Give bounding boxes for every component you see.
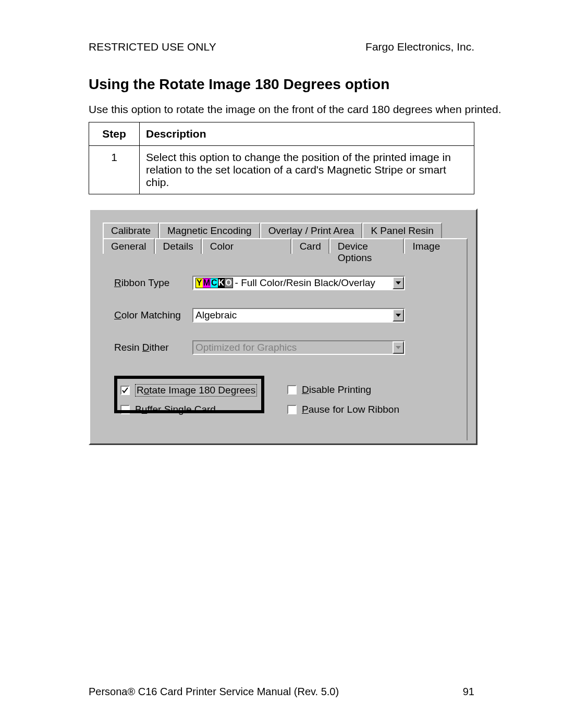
tab-k-panel-resin[interactable]: K Panel Resin <box>362 223 442 238</box>
tab-image-color[interactable]: Image Color <box>404 238 468 254</box>
combo-resin-dither: Optimized for Graphics <box>192 340 405 355</box>
svg-marker-0 <box>396 281 401 285</box>
checkbox-pause-low-ribbon[interactable]: Pause for Low Ribbon <box>287 404 399 415</box>
svg-marker-1 <box>396 314 401 317</box>
footer-manual: Persona® C16 Card Printer Service Manual… <box>89 686 339 698</box>
checkbox-rotate-180[interactable]: Rotate Image 180 Degrees <box>120 384 257 397</box>
tab-calibrate[interactable]: Calibrate <box>103 223 159 238</box>
tab-row-back: Calibrate Magnetic Encoding Overlay / Pr… <box>103 223 468 238</box>
section-paragraph: Use this option to rotate the image on t… <box>89 103 501 116</box>
chevron-down-icon <box>393 341 404 354</box>
table-head-step: Step <box>89 122 140 146</box>
table-row: 1 Select this option to change the posit… <box>89 146 474 194</box>
device-options-dialog: Calibrate Magnetic Encoding Overlay / Pr… <box>89 208 478 445</box>
tab-card[interactable]: Card <box>291 238 329 254</box>
header-company: Fargo Electronics, Inc. <box>365 41 474 53</box>
tab-general[interactable]: General <box>103 238 155 254</box>
checkbox-icon <box>120 405 130 414</box>
checkbox-disable-label: Disable Printing <box>302 384 371 396</box>
combo-color-value: Algebraic <box>195 310 237 321</box>
label-ribbon-type: Ribbon Type <box>114 277 192 289</box>
tab-pane: Ribbon Type YMCKO - Full Color/Resin Bla… <box>103 254 468 440</box>
combo-ribbon-value: - Full Color/Resin Black/Overlay <box>235 277 375 289</box>
checkbox-buffer-single-card[interactable]: Buffer Single Card <box>120 404 216 415</box>
section-title: Using the Rotate Image 180 Degrees optio… <box>89 76 389 93</box>
combo-color-matching[interactable]: Algebraic <box>192 308 405 323</box>
combo-dither-value: Optimized for Graphics <box>195 342 297 353</box>
checkbox-disable-printing[interactable]: Disable Printing <box>287 384 371 396</box>
checkbox-icon <box>120 386 130 395</box>
tab-details[interactable]: Details <box>155 238 202 254</box>
tab-magnetic-encoding[interactable]: Magnetic Encoding <box>159 223 260 238</box>
tab-row-front: General Details Color Management Card De… <box>103 238 468 254</box>
combo-ribbon-type[interactable]: YMCKO - Full Color/Resin Black/Overlay <box>192 276 405 290</box>
checkbox-rotate-label: Rotate Image 180 Degrees <box>135 384 257 397</box>
checkbox-icon <box>287 385 297 394</box>
footer-page: 91 <box>463 686 474 698</box>
table-cell-desc: Select this option to change the positio… <box>140 146 474 194</box>
chevron-down-icon[interactable] <box>393 277 404 289</box>
table-head-desc: Description <box>140 122 474 146</box>
tab-color-management[interactable]: Color Management <box>202 238 291 254</box>
ymcko-icon: YMCKO <box>195 278 233 288</box>
label-color-matching: Color Matching <box>114 310 192 321</box>
label-resin-dither: Resin Dither <box>114 342 192 353</box>
checkbox-pause-label: Pause for Low Ribbon <box>302 404 399 415</box>
svg-marker-2 <box>396 346 401 349</box>
table-cell-step: 1 <box>89 146 140 194</box>
tab-device-options[interactable]: Device Options <box>329 238 405 254</box>
checkbox-buffer-label: Buffer Single Card <box>135 404 216 415</box>
step-table: Step Description 1 Select this option to… <box>89 122 474 194</box>
tab-overlay-print-area[interactable]: Overlay / Print Area <box>260 223 363 238</box>
chevron-down-icon[interactable] <box>393 309 404 322</box>
checkbox-icon <box>287 405 297 414</box>
header-restricted: RESTRICTED USE ONLY <box>89 41 216 53</box>
